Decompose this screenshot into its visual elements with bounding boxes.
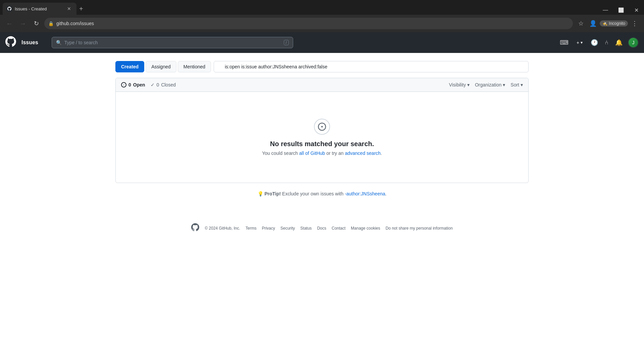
organization-dropdown[interactable]: Organization ▾	[475, 82, 505, 87]
user-avatar[interactable]: J	[628, 37, 639, 48]
tab-favicon	[7, 6, 12, 11]
incognito-label: Incognito	[609, 21, 625, 26]
tab-mentioned[interactable]: Mentioned	[178, 61, 211, 72]
maximize-button[interactable]: ⬜	[613, 3, 629, 17]
closed-label: Closed	[161, 82, 176, 87]
closed-count: 0	[157, 82, 159, 87]
lock-icon: 🔒	[48, 21, 54, 26]
filter-search-container	[214, 61, 529, 72]
new-tab-button[interactable]: +	[76, 3, 86, 15]
search-icon: 🔍	[56, 40, 62, 45]
browser-nav-bar: ← → ↻ 🔒 github.com/issues ☆ 👤 🕵 Incognit…	[0, 15, 644, 32]
footer-docs[interactable]: Docs	[317, 226, 326, 231]
terminal-button[interactable]: ⌨	[558, 38, 570, 48]
sort-dropdown[interactable]: Sort ▾	[511, 82, 523, 87]
address-bar[interactable]: 🔒 github.com/issues	[44, 18, 573, 29]
visibility-label: Visibility	[449, 82, 466, 87]
footer-copyright: © 2024 GitHub, Inc.	[205, 226, 240, 231]
tab-assigned[interactable]: Assigned	[146, 61, 176, 72]
issues-header: ○ 0 Open ✓ 0 Closed Visibility ▾	[116, 78, 528, 92]
chevron-down-icon: ▾	[503, 82, 505, 87]
issues-filters: Visibility ▾ Organization ▾ Sort ▾	[449, 82, 523, 87]
browser-chrome: Issues - Created ✕ + — ⬜ ✕ ← → ↻ 🔒 githu…	[0, 0, 644, 32]
profile-button[interactable]: 👤	[588, 18, 598, 29]
issues-counts: ○ 0 Open ✓ 0 Closed	[121, 82, 176, 87]
menu-button[interactable]: ⋮	[629, 18, 640, 29]
search-shortcut-badge: /	[284, 40, 289, 45]
empty-state-title: No results matched your search.	[270, 140, 374, 148]
plus-icon: +	[577, 40, 579, 45]
open-label: Open	[133, 82, 145, 87]
footer: © 2024 GitHub, Inc. Terms Privacy Securi…	[115, 210, 529, 246]
minimize-button[interactable]: —	[598, 3, 613, 17]
chevron-down-icon: ▾	[467, 82, 470, 87]
forward-button[interactable]: →	[17, 18, 28, 29]
tab-close-button[interactable]: ✕	[66, 5, 72, 12]
empty-desc-middle: or try an	[325, 150, 345, 156]
protip-icon: 💡	[258, 191, 263, 196]
pull-request-button[interactable]: ⑃	[603, 38, 610, 47]
sort-label: Sort	[511, 82, 519, 87]
back-button[interactable]: ←	[4, 18, 15, 29]
main-content: Created Assigned Mentioned ○ 0 Open ✓	[107, 53, 537, 254]
address-text: github.com/issues	[56, 21, 94, 26]
issues-container: ○ 0 Open ✓ 0 Closed Visibility ▾	[115, 78, 529, 183]
browser-tab[interactable]: Issues - Created ✕	[3, 3, 76, 15]
protip-link[interactable]: -author:JNSsheena	[345, 191, 385, 196]
protip-text: Exclude your own issues with	[281, 191, 345, 196]
protip-suffix: .	[385, 191, 387, 196]
footer-no-share[interactable]: Do not share my personal information	[385, 226, 452, 231]
github-header: Issues 🔍 Type / to search / ⌨ + ▾ 🕐 ⑃ 🔔 …	[0, 32, 644, 53]
search-placeholder: Type / to search	[64, 40, 98, 45]
protip-bold: ProTip!	[264, 191, 281, 196]
nav-action-buttons: ☆ 👤 🕵 Incognito ⋮	[576, 18, 640, 29]
advanced-search-link[interactable]: advanced search	[345, 150, 381, 156]
plus-chevron: ▾	[581, 40, 583, 45]
chevron-down-icon: ▾	[521, 82, 523, 87]
empty-desc-suffix: .	[381, 150, 382, 156]
github-logo[interactable]	[5, 36, 16, 49]
create-plus-button[interactable]: + ▾	[574, 39, 585, 47]
tab-title: Issues - Created	[15, 6, 47, 11]
organization-label: Organization	[475, 82, 501, 87]
footer-terms[interactable]: Terms	[246, 226, 257, 231]
visibility-dropdown[interactable]: Visibility ▾	[449, 82, 470, 87]
clock-button[interactable]: 🕐	[589, 38, 599, 48]
tab-created[interactable]: Created	[115, 61, 144, 72]
reload-button[interactable]: ↻	[31, 18, 42, 29]
empty-state-icon	[314, 119, 330, 135]
empty-state: No results matched your search. You coul…	[116, 92, 528, 183]
window-controls: — ⬜ ✕	[598, 3, 644, 15]
bookmark-button[interactable]: ☆	[576, 18, 586, 29]
protip-section: 💡 ProTip! Exclude your own issues with -…	[115, 191, 529, 196]
footer-manage-cookies[interactable]: Manage cookies	[351, 226, 380, 231]
footer-logo	[191, 223, 199, 233]
incognito-icon: 🕵	[602, 21, 607, 26]
global-search-bar[interactable]: 🔍 Type / to search /	[52, 37, 293, 48]
filter-input[interactable]	[214, 61, 529, 72]
footer-privacy[interactable]: Privacy	[262, 226, 275, 231]
incognito-badge[interactable]: 🕵 Incognito	[600, 20, 628, 26]
empty-desc-prefix: You could search	[262, 150, 299, 156]
open-count: 0	[128, 82, 131, 87]
open-count-button[interactable]: ○ 0 Open	[121, 82, 145, 87]
nav-issues-label: Issues	[21, 40, 38, 46]
github-page: Issues 🔍 Type / to search / ⌨ + ▾ 🕐 ⑃ 🔔 …	[0, 32, 644, 362]
open-issue-icon: ○	[121, 82, 126, 87]
tabs-row: Created Assigned Mentioned	[115, 61, 529, 72]
header-actions: ⌨ + ▾ 🕐 ⑃ 🔔 J	[558, 37, 639, 48]
closed-count-button[interactable]: ✓ 0 Closed	[151, 82, 176, 87]
notifications-button[interactable]: 🔔	[614, 38, 624, 48]
all-github-link[interactable]: all of GitHub	[299, 150, 325, 156]
footer-status[interactable]: Status	[300, 226, 312, 231]
footer-contact[interactable]: Contact	[332, 226, 345, 231]
empty-state-description: You could search all of GitHub or try an…	[262, 150, 382, 156]
footer-security[interactable]: Security	[280, 226, 295, 231]
check-icon: ✓	[151, 82, 155, 87]
close-button[interactable]: ✕	[629, 3, 644, 17]
